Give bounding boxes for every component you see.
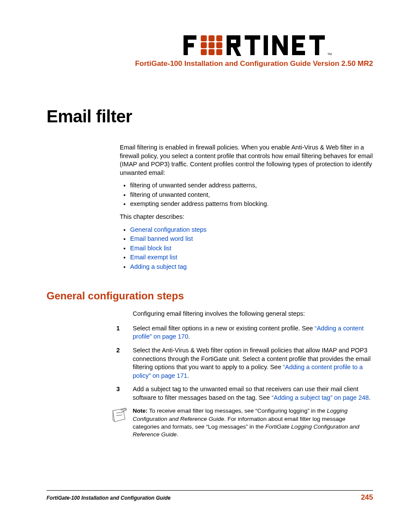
toc-link[interactable]: Email block list <box>130 245 171 252</box>
document-title: FortiGate-100 Installation and Configura… <box>47 59 373 68</box>
step-text: Select the Anti-Virus & Web filter optio… <box>120 346 373 380</box>
page-footer: FortiGate-100 Installation and Configura… <box>47 490 373 502</box>
svg-marker-16 <box>232 46 241 56</box>
toc-item: General configuration steps <box>130 226 373 234</box>
svg-rect-24 <box>292 35 305 40</box>
svg-rect-19 <box>264 35 268 55</box>
step-pre: Select email filter options in a new or … <box>133 325 314 332</box>
note-icon <box>111 407 128 426</box>
section-heading: General configuration steps <box>47 290 373 302</box>
note: Note: To receive email filter log messag… <box>111 407 373 439</box>
note-label: Note: <box>133 408 148 414</box>
svg-rect-10 <box>209 49 215 55</box>
describes-label: This chapter describes: <box>120 213 373 221</box>
section-intro: Configuring email filtering involves the… <box>133 310 373 318</box>
step: 3 Add a subject tag to the unwanted emai… <box>103 385 373 402</box>
step-post: . <box>188 333 190 340</box>
step-link[interactable]: “Adding a subject tag” on page 248 <box>271 394 369 401</box>
svg-rect-3 <box>201 35 207 41</box>
toc-item: Email block list <box>130 244 373 253</box>
svg-rect-9 <box>201 49 207 55</box>
toc-link[interactable]: Email banned word list <box>130 235 193 242</box>
svg-rect-26 <box>292 51 305 55</box>
note-t3: . <box>177 431 178 438</box>
bullet-item: filtering of unwanted content, <box>130 191 373 199</box>
toc-item: Email banned word list <box>130 235 373 243</box>
svg-rect-8 <box>216 42 222 48</box>
step-post: . <box>187 372 189 379</box>
toc-link[interactable]: General configuration steps <box>130 226 206 233</box>
protection-bullets: filtering of unwanted sender address pat… <box>124 181 373 208</box>
note-t1: To receive email filter log messages, se… <box>148 408 327 414</box>
step: 2 Select the Anti-Virus & Web filter opt… <box>103 346 373 380</box>
steps: Configuring email filtering involves the… <box>103 310 373 402</box>
svg-rect-4 <box>209 35 215 41</box>
svg-rect-6 <box>201 42 207 48</box>
chapter-title: Email filter <box>47 107 373 126</box>
svg-rect-25 <box>292 43 303 47</box>
intro-paragraph: Email filtering is enabled in firewall p… <box>120 143 373 177</box>
svg-text:TM: TM <box>327 53 332 56</box>
note-text: Note: To receive email filter log messag… <box>133 407 373 439</box>
bullet-item: filtering of unwanted sender address pat… <box>130 181 373 190</box>
svg-rect-18 <box>250 35 255 55</box>
fortinet-logo: TM <box>47 34 373 56</box>
step-text: Add a subject tag to the unwanted email … <box>120 385 373 402</box>
svg-rect-11 <box>216 49 222 55</box>
bullet-item: exempting sender address patterns from b… <box>130 200 373 208</box>
step-post: . <box>369 394 371 401</box>
footer-title: FortiGate-100 Installation and Configura… <box>47 495 171 501</box>
toc-item: Adding a subject tag <box>130 263 373 271</box>
document-header: TM FortiGate-100 Installation and Config… <box>47 34 373 68</box>
step-text: Select email filter options in a new or … <box>120 324 373 341</box>
toc-item: Email exempt list <box>130 253 373 262</box>
body: Email filtering is enabled in firewall p… <box>120 143 373 271</box>
svg-rect-5 <box>216 35 222 41</box>
svg-rect-7 <box>209 42 215 48</box>
step-number: 3 <box>103 385 120 394</box>
step-number: 2 <box>103 346 120 355</box>
step-number: 1 <box>103 324 120 333</box>
page-number: 245 <box>361 493 373 502</box>
document-page: TM FortiGate-100 Installation and Config… <box>0 0 411 532</box>
toc-link[interactable]: Adding a subject tag <box>130 263 187 270</box>
svg-rect-15 <box>236 35 240 47</box>
chapter-toc: General configuration steps Email banned… <box>124 226 373 271</box>
svg-rect-2 <box>184 43 194 47</box>
step: 1 Select email filter options in a new o… <box>103 324 373 341</box>
svg-rect-28 <box>315 35 319 55</box>
toc-link[interactable]: Email exempt list <box>130 254 177 261</box>
